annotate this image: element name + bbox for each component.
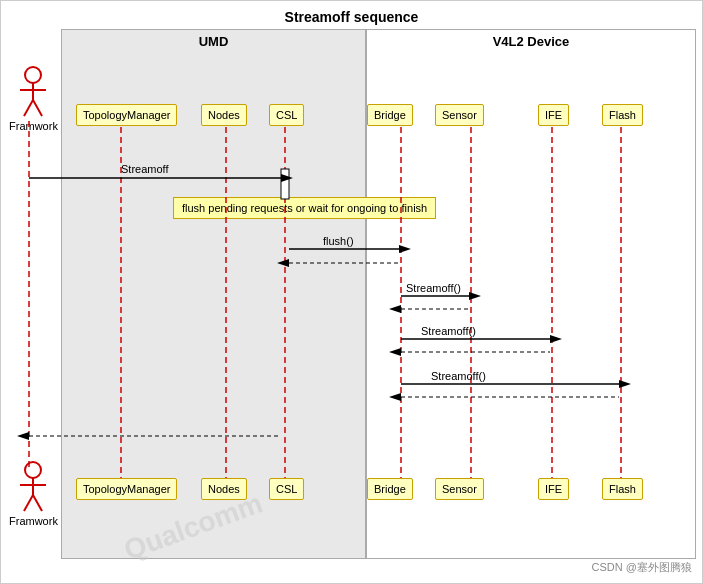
note-box: flush pending requests or wait for ongoi… [173,197,436,219]
diagram-title: Streamoff sequence [1,1,702,29]
diagram-container: Streamoff sequence UMD V4L2 Device Framw… [0,0,703,584]
v4l2-label: V4L2 Device [367,30,695,49]
comp-ife-bottom: IFE [538,478,569,500]
comp-nodes-top: Nodes [201,104,247,126]
section-v4l2: V4L2 Device [366,29,696,559]
comp-csl-bottom: CSL [269,478,304,500]
comp-bridge-top: Bridge [367,104,413,126]
svg-line-8 [24,495,33,511]
comp-flash-bottom: Flash [602,478,643,500]
comp-bridge-bottom: Bridge [367,478,413,500]
actor-bottom: Framwork [9,461,58,527]
comp-sensor-top: Sensor [435,104,484,126]
copyright: CSDN @塞外图腾狼 [592,560,692,575]
actor-top: Framwork [9,66,58,132]
svg-line-4 [33,100,42,116]
svg-point-0 [25,67,41,83]
actor-top-label: Framwork [9,120,58,132]
svg-point-5 [25,462,41,478]
comp-topologymanager-top: TopologyManager [76,104,177,126]
comp-csl-top: CSL [269,104,304,126]
svg-line-3 [24,100,33,116]
comp-flash-top: Flash [602,104,643,126]
comp-sensor-bottom: Sensor [435,478,484,500]
svg-line-9 [33,495,42,511]
umd-label: UMD [62,30,365,49]
comp-ife-top: IFE [538,104,569,126]
comp-nodes-bottom: Nodes [201,478,247,500]
comp-topologymanager-bottom: TopologyManager [76,478,177,500]
actor-bottom-label: Framwork [9,515,58,527]
svg-marker-43 [17,432,29,440]
